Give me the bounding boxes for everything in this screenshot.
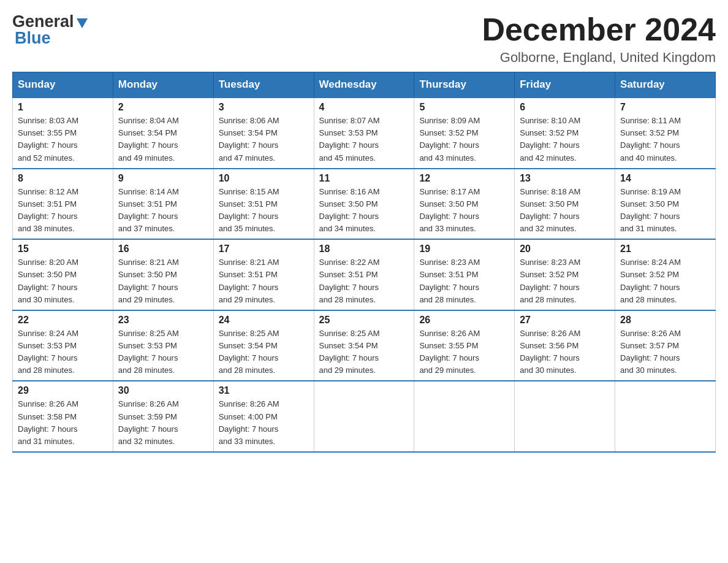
minutes: and 49 minutes. <box>118 153 175 163</box>
minutes: and 30 minutes. <box>18 295 75 304</box>
calendar-cell: 13 Sunrise: 8:18 AM Sunset: 3:50 PM Dayl… <box>515 169 615 240</box>
day-number: 1 <box>18 102 108 113</box>
daylight: Daylight: 7 hours <box>118 424 178 434</box>
daylight: Daylight: 7 hours <box>319 140 379 150</box>
sunrise: Sunrise: 8:12 AM <box>18 187 78 196</box>
daylight: Daylight: 7 hours <box>18 424 78 434</box>
day-info: Sunrise: 8:26 AM Sunset: 3:57 PM Dayligh… <box>620 327 710 377</box>
calendar-cell: 30 Sunrise: 8:26 AM Sunset: 3:59 PM Dayl… <box>113 381 213 452</box>
daylight: Daylight: 7 hours <box>18 283 78 292</box>
day-number: 24 <box>219 315 309 326</box>
sunset: Sunset: 3:50 PM <box>520 199 578 209</box>
logo-blue-text: Blue <box>15 29 51 48</box>
daylight: Daylight: 7 hours <box>620 283 680 292</box>
daylight: Daylight: 7 hours <box>419 353 479 362</box>
day-number: 17 <box>219 243 309 255</box>
logo: General Blue <box>12 12 89 48</box>
minutes: and 33 minutes. <box>219 437 276 446</box>
sunset: Sunset: 3:52 PM <box>419 128 478 137</box>
calendar-cell <box>615 381 716 452</box>
minutes: and 28 minutes. <box>419 295 476 304</box>
sunrise: Sunrise: 8:21 AM <box>219 258 279 267</box>
daylight: Daylight: 7 hours <box>18 212 78 221</box>
day-info: Sunrise: 8:23 AM Sunset: 3:52 PM Dayligh… <box>520 256 610 306</box>
daylight: Daylight: 7 hours <box>319 353 379 362</box>
day-info: Sunrise: 8:24 AM Sunset: 3:52 PM Dayligh… <box>620 256 710 306</box>
sunset: Sunset: 3:53 PM <box>319 128 378 137</box>
day-number: 15 <box>18 243 108 255</box>
sunset: Sunset: 3:52 PM <box>620 128 679 137</box>
sunset: Sunset: 3:55 PM <box>18 128 77 137</box>
sunset: Sunset: 3:54 PM <box>219 341 278 350</box>
daylight: Daylight: 7 hours <box>419 212 479 221</box>
day-number: 14 <box>620 173 710 184</box>
calendar-cell: 31 Sunrise: 8:26 AM Sunset: 4:00 PM Dayl… <box>213 381 314 452</box>
sunrise: Sunrise: 8:23 AM <box>520 258 580 267</box>
minutes: and 28 minutes. <box>219 366 276 375</box>
calendar-cell: 26 Sunrise: 8:26 AM Sunset: 3:55 PM Dayl… <box>414 310 515 381</box>
sunset: Sunset: 3:51 PM <box>219 270 278 279</box>
svg-marker-0 <box>77 18 88 28</box>
daylight: Daylight: 7 hours <box>219 353 279 362</box>
sunrise: Sunrise: 8:06 AM <box>219 116 279 125</box>
day-number: 23 <box>118 315 208 326</box>
day-info: Sunrise: 8:21 AM Sunset: 3:51 PM Dayligh… <box>219 256 309 306</box>
daylight: Daylight: 7 hours <box>118 283 178 292</box>
day-number: 22 <box>18 315 108 326</box>
day-info: Sunrise: 8:15 AM Sunset: 3:51 PM Dayligh… <box>219 186 309 236</box>
sunset: Sunset: 3:51 PM <box>118 199 177 209</box>
weekday-header-sunday: Sunday <box>13 72 113 98</box>
day-info: Sunrise: 8:25 AM Sunset: 3:54 PM Dayligh… <box>319 327 409 377</box>
day-number: 12 <box>419 173 509 184</box>
daylight: Daylight: 7 hours <box>18 140 78 150</box>
daylight: Daylight: 7 hours <box>118 353 178 362</box>
sunrise: Sunrise: 8:25 AM <box>319 329 380 338</box>
sunset: Sunset: 3:51 PM <box>18 199 77 209</box>
minutes: and 33 minutes. <box>419 224 476 233</box>
sunset: Sunset: 3:54 PM <box>219 128 278 137</box>
calendar-week-4: 22 Sunrise: 8:24 AM Sunset: 3:53 PM Dayl… <box>13 310 716 381</box>
sunset: Sunset: 3:54 PM <box>118 128 177 137</box>
sunrise: Sunrise: 8:04 AM <box>118 116 179 125</box>
day-info: Sunrise: 8:26 AM Sunset: 3:56 PM Dayligh… <box>520 327 610 377</box>
daylight: Daylight: 7 hours <box>419 283 479 292</box>
calendar-cell: 6 Sunrise: 8:10 AM Sunset: 3:52 PM Dayli… <box>515 98 615 169</box>
sunrise: Sunrise: 8:09 AM <box>419 116 480 125</box>
minutes: and 29 minutes. <box>118 295 175 304</box>
daylight: Daylight: 7 hours <box>620 212 680 221</box>
calendar-cell: 29 Sunrise: 8:26 AM Sunset: 3:58 PM Dayl… <box>13 381 113 452</box>
weekday-header-saturday: Saturday <box>615 72 716 98</box>
calendar-week-1: 1 Sunrise: 8:03 AM Sunset: 3:55 PM Dayli… <box>13 98 716 169</box>
day-number: 8 <box>18 173 108 184</box>
day-info: Sunrise: 8:09 AM Sunset: 3:52 PM Dayligh… <box>419 115 509 164</box>
sunset: Sunset: 3:59 PM <box>118 412 177 421</box>
sunrise: Sunrise: 8:22 AM <box>319 258 380 267</box>
day-info: Sunrise: 8:07 AM Sunset: 3:53 PM Dayligh… <box>319 115 409 164</box>
day-info: Sunrise: 8:25 AM Sunset: 3:53 PM Dayligh… <box>118 327 208 377</box>
logo-triangle-icon <box>75 16 89 29</box>
sunset: Sunset: 3:55 PM <box>419 341 478 350</box>
daylight: Daylight: 7 hours <box>118 212 178 221</box>
day-info: Sunrise: 8:23 AM Sunset: 3:51 PM Dayligh… <box>419 256 509 306</box>
calendar-week-2: 8 Sunrise: 8:12 AM Sunset: 3:51 PM Dayli… <box>13 169 716 240</box>
calendar-cell <box>515 381 615 452</box>
calendar-cell: 15 Sunrise: 8:20 AM Sunset: 3:50 PM Dayl… <box>13 239 113 310</box>
minutes: and 38 minutes. <box>18 224 75 233</box>
sunrise: Sunrise: 8:25 AM <box>219 329 279 338</box>
day-info: Sunrise: 8:20 AM Sunset: 3:50 PM Dayligh… <box>18 256 108 306</box>
day-number: 2 <box>118 102 208 113</box>
day-number: 20 <box>520 243 610 255</box>
minutes: and 28 minutes. <box>620 295 677 304</box>
day-number: 25 <box>319 315 409 326</box>
sunrise: Sunrise: 8:14 AM <box>118 187 179 196</box>
location: Golborne, England, United Kingdom <box>482 50 716 66</box>
calendar-cell: 11 Sunrise: 8:16 AM Sunset: 3:50 PM Dayl… <box>314 169 414 240</box>
minutes: and 29 minutes. <box>319 366 376 375</box>
calendar-cell: 22 Sunrise: 8:24 AM Sunset: 3:53 PM Dayl… <box>13 310 113 381</box>
day-info: Sunrise: 8:11 AM Sunset: 3:52 PM Dayligh… <box>620 115 710 164</box>
sunrise: Sunrise: 8:21 AM <box>118 258 179 267</box>
daylight: Daylight: 7 hours <box>620 140 680 150</box>
minutes: and 30 minutes. <box>620 366 677 375</box>
day-number: 16 <box>118 243 208 255</box>
minutes: and 31 minutes. <box>18 437 75 446</box>
